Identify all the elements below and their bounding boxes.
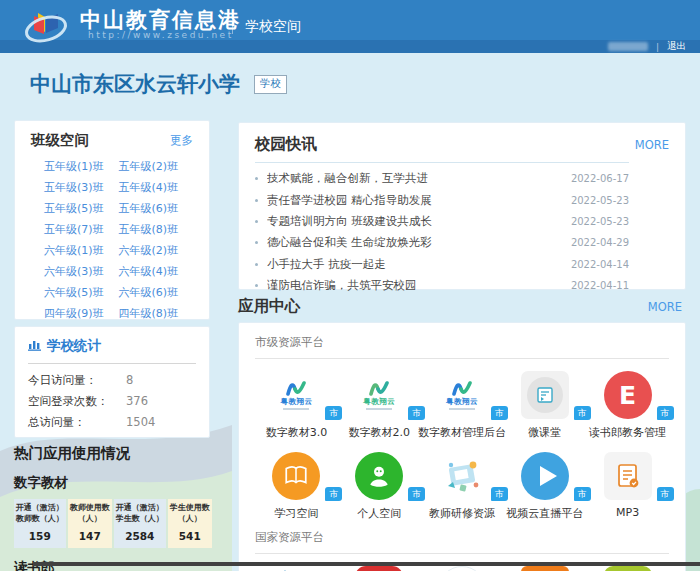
class-link[interactable]: 六年级(3)班 bbox=[44, 261, 119, 282]
city-badge: 市 bbox=[325, 406, 342, 420]
app-item[interactable]: 粤教翔云 市 数字教材3.0 bbox=[255, 368, 338, 440]
app-item[interactable]: E 市 读书郎教务管理 bbox=[586, 368, 669, 440]
nav-school-space[interactable]: 学校空间 bbox=[245, 18, 301, 36]
app-label: 数字教材2.0 bbox=[348, 425, 410, 440]
news-link[interactable]: 德心融合促和美 生命绽放焕光彩 bbox=[267, 235, 571, 250]
bar-chart-icon bbox=[28, 338, 41, 354]
usage-header: 开通（激活）学生数（人） bbox=[114, 499, 166, 527]
app-row: 粤教翔云 市 数字教材3.0 粤教翔云 bbox=[255, 368, 669, 440]
person-green-circle-icon bbox=[355, 452, 403, 500]
class-link[interactable]: 五年级(2)班 bbox=[119, 156, 194, 177]
bullet-icon bbox=[255, 263, 258, 266]
stat-value: 8 bbox=[126, 370, 133, 391]
usage-value: 147 bbox=[68, 527, 112, 548]
usage-table: 开通（激活）教师数（人） 159 教师使用数（人） 147 开通（激活）学生数（… bbox=[14, 499, 212, 548]
yuejiaoxiangyun-blue-icon: 粤教翔云 bbox=[272, 371, 320, 419]
app-item[interactable]: 市 微课堂 bbox=[503, 368, 586, 440]
header-divider bbox=[232, 12, 233, 34]
news-link[interactable]: 技术赋能，融合创新，互学共进 bbox=[267, 171, 571, 186]
app-label: MP3 bbox=[616, 506, 639, 519]
app-label: 学习空间 bbox=[274, 506, 318, 521]
app-center-more-link[interactable]: MORE bbox=[648, 300, 682, 314]
app-center-title: 应用中心 bbox=[238, 296, 300, 317]
stat-row: 今日访问量： 8 bbox=[28, 370, 196, 391]
bullet-icon bbox=[255, 284, 258, 287]
news-link[interactable]: 专题培训明方向 班级建设共成长 bbox=[267, 214, 571, 229]
news-date: 2022-04-11 bbox=[571, 280, 629, 291]
usage-column: 开通（激活）教师数（人） 159 bbox=[14, 499, 66, 548]
city-badge: 市 bbox=[408, 487, 425, 501]
news-link[interactable]: 谨防电信诈骗，共筑平安校园 bbox=[267, 278, 571, 293]
username-redacted bbox=[608, 42, 648, 51]
stat-label: 今日访问量： bbox=[28, 370, 126, 391]
class-link[interactable]: 五年级(7)班 bbox=[44, 219, 119, 240]
class-link[interactable]: 六年级(6)班 bbox=[119, 282, 194, 303]
class-link[interactable]: 六年级(1)班 bbox=[44, 240, 119, 261]
shield-green-icon bbox=[604, 566, 652, 571]
city-badge: 市 bbox=[491, 487, 508, 501]
school-name: 中山市东区水云轩小学 bbox=[30, 70, 240, 98]
campus-news-card: 校园快讯 MORE 技术赋能，融合创新，互学共进 2022-06-17 责任督学… bbox=[238, 122, 686, 290]
class-link[interactable]: 五年级(5)班 bbox=[44, 198, 119, 219]
bullet-icon bbox=[255, 199, 258, 202]
usage-value: 2584 bbox=[114, 527, 166, 548]
site-logo-icon[interactable] bbox=[22, 2, 70, 50]
news-item: 技术赋能，融合创新，互学共进 2022-06-17 bbox=[255, 168, 629, 189]
group-divider bbox=[255, 358, 669, 359]
comet-star-red-icon bbox=[355, 566, 403, 571]
app-item[interactable]: 市 教师研修资源 bbox=[421, 449, 504, 521]
news-item: 德心融合促和美 生命绽放焕光彩 2022-04-29 bbox=[255, 232, 629, 253]
window-bottom-edge bbox=[33, 562, 700, 566]
class-link[interactable]: 五年级(4)班 bbox=[119, 177, 194, 198]
stats-divider bbox=[28, 363, 196, 364]
three-e-orange-icon: 3e bbox=[521, 566, 569, 571]
city-badge: 市 bbox=[408, 406, 425, 420]
app-item[interactable]: 市 学习空间 bbox=[255, 449, 338, 521]
stat-value: 1504 bbox=[126, 412, 155, 433]
app-item[interactable]: 市 MP3 bbox=[586, 449, 669, 521]
audio-document-icon bbox=[604, 452, 652, 500]
app-item[interactable]: 粤教翔云 市 数字教材管理后台 bbox=[421, 368, 504, 440]
class-link[interactable]: 四年级(9)班 bbox=[44, 303, 119, 324]
class-link[interactable]: 五年级(6)班 bbox=[119, 198, 194, 219]
usage-column: 教师使用数（人） 147 bbox=[68, 499, 112, 548]
news-divider bbox=[255, 162, 629, 163]
logout-link[interactable]: 退出 bbox=[667, 40, 686, 53]
hot-apps-section: 热门应用使用情况 数字教材 开通（激活）教师数（人） 159 教师使用数（人） … bbox=[14, 444, 212, 571]
class-link[interactable]: 四年级(8)班 bbox=[119, 303, 194, 324]
city-badge: 市 bbox=[574, 406, 591, 420]
city-badge: 市 bbox=[325, 487, 342, 501]
class-link[interactable]: 五年级(8)班 bbox=[119, 219, 194, 240]
stat-value: 376 bbox=[126, 391, 148, 412]
stat-label: 空间登录次数： bbox=[28, 391, 126, 412]
news-date: 2022-05-23 bbox=[571, 216, 629, 227]
app-label: 微课堂 bbox=[528, 425, 561, 440]
class-link[interactable]: 六年级(5)班 bbox=[44, 282, 119, 303]
group-divider bbox=[255, 553, 669, 554]
news-item: 小手拉大手 抗疫一起走 2022-04-14 bbox=[255, 254, 629, 275]
app-item[interactable]: 市 个人空间 bbox=[338, 449, 421, 521]
class-space-title: 班级空间 bbox=[31, 131, 89, 150]
open-book-orange-circle-icon bbox=[272, 452, 320, 500]
school-type-badge: 学校 bbox=[254, 75, 287, 94]
city-badge: 市 bbox=[657, 406, 674, 420]
class-link[interactable]: 六年级(2)班 bbox=[119, 240, 194, 261]
app-item[interactable]: 粤教翔云 市 数字教材2.0 bbox=[338, 368, 421, 440]
class-link[interactable]: 五年级(1)班 bbox=[44, 156, 119, 177]
news-link[interactable]: 责任督学进校园 精心指导助发展 bbox=[267, 193, 571, 208]
app-item[interactable]: 市 视频云直播平台 bbox=[503, 449, 586, 521]
page-title-row: 中山市东区水云轩小学 学校 bbox=[30, 70, 287, 98]
app-label: 读书郎教务管理 bbox=[589, 425, 666, 440]
usage-header: 学生使用数（人） bbox=[168, 499, 212, 527]
class-link[interactable]: 六年级(4)班 bbox=[119, 261, 194, 282]
yuejiaoxiangyun-blue-icon: 粤教翔云 bbox=[438, 371, 486, 419]
campus-news-more-link[interactable]: MORE bbox=[635, 138, 669, 152]
stat-row: 空间登录次数： 376 bbox=[28, 391, 196, 412]
news-date: 2022-04-14 bbox=[571, 259, 629, 270]
news-link[interactable]: 小手拉大手 抗疫一起走 bbox=[267, 257, 571, 272]
page: 中山教育信息港 http://www.zsedu.net 学校空间 | 退出 中… bbox=[0, 0, 700, 571]
city-badge: 市 bbox=[574, 487, 591, 501]
class-space-more-link[interactable]: 更多 bbox=[170, 133, 193, 148]
news-date: 2022-04-29 bbox=[571, 237, 629, 248]
class-link[interactable]: 五年级(3)班 bbox=[44, 177, 119, 198]
